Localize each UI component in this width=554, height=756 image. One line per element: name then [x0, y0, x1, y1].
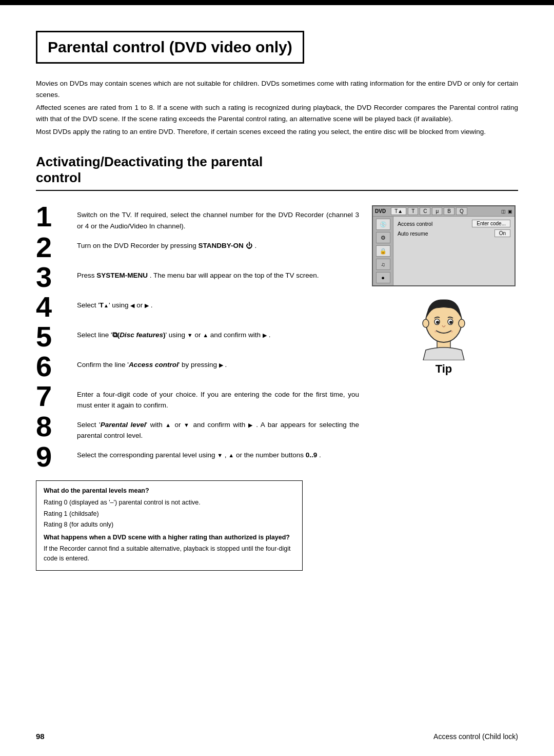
tab-q: Q	[456, 207, 467, 215]
step-content-1: Switch on the TV. If required, select th…	[77, 205, 359, 231]
page-title: Parental control (DVD video only)	[48, 38, 292, 56]
step-content-5: Select line '⧉(Disc features)' using ▼ o…	[77, 325, 359, 341]
dvd-status-icons: ◫ ▣	[501, 209, 512, 214]
bottom-content: 1 Switch on the TV. If required, select …	[36, 205, 518, 570]
dvd-icon-1: ◫	[501, 209, 506, 214]
dvd-screenshot: DVD T▲ T C μ B Q ◫ ▣	[372, 205, 516, 286]
info-item-2: Rating 8 (for adults only)	[44, 520, 295, 530]
step-content-4: Select 'T▲' using ◀ or ▶ .	[77, 296, 359, 311]
step-number-2: 2	[36, 233, 77, 262]
auto-resume-label: Auto resume	[398, 230, 428, 237]
menu-item-access-control: Access control Enter code...	[398, 220, 510, 227]
tab-mu: μ	[432, 207, 442, 215]
step-content-6: Confirm the line 'Access control' by pre…	[77, 355, 359, 371]
footer-right-text: Access control (Child lock)	[433, 732, 518, 741]
step-content-8: Select 'Parental level' with ▲ or ▼ and …	[77, 415, 359, 441]
dvd-icon-2: ▣	[508, 209, 512, 214]
step-content-7: Enter a four-digit code of your choice. …	[77, 385, 359, 411]
tab-ta: T▲	[391, 207, 406, 215]
svg-point-7	[449, 321, 452, 324]
info-item-0: Rating 0 (displayed as '–') parental con…	[44, 498, 295, 508]
icon-disc: 💿	[376, 219, 390, 230]
tab-c: C	[420, 207, 430, 215]
dvd-content-row: 💿 ⚙ 🔒 ♫ ● Access control Enter code...	[373, 217, 515, 285]
icon-rec: ●	[376, 272, 390, 283]
icon-setup: ⚙	[376, 232, 390, 243]
step-row-3: 3 Press SYSTEM-MENU . The menu bar will …	[36, 266, 359, 292]
dvd-top-bar: DVD T▲ T C μ B Q ◫ ▣	[373, 206, 515, 217]
info-box: What do the parental levels mean? Rating…	[36, 480, 303, 571]
auto-resume-value: On	[494, 229, 510, 237]
dvd-tabs: T▲ T C μ B Q	[391, 207, 467, 215]
info-title: What do the parental levels mean?	[44, 486, 295, 496]
tip-character-svg	[416, 294, 472, 360]
step-number-6: 6	[36, 352, 77, 381]
tip-area: Tip	[416, 294, 472, 376]
step-content-9: Select the corresponding parental level …	[77, 445, 359, 461]
top-border-thin	[0, 4, 554, 5]
step-number-3: 3	[36, 263, 77, 292]
intro-p3: Most DVDs apply the rating to an entire …	[36, 126, 518, 138]
tip-label: Tip	[436, 362, 452, 376]
step-row-9: 9 Select the corresponding parental leve…	[36, 445, 359, 471]
dvd-label: DVD	[375, 208, 386, 214]
step-row-6: 6 Confirm the line 'Access control' by p…	[36, 355, 359, 381]
tab-t: T	[408, 207, 418, 215]
intro-text: Movies on DVDs may contain scenes which …	[36, 78, 518, 138]
svg-point-6	[436, 321, 439, 324]
title-box: Parental control (DVD video only)	[36, 31, 304, 64]
page-footer: 98 Access control (Child lock)	[36, 732, 518, 741]
top-border-thick	[0, 0, 554, 4]
svg-point-2	[459, 319, 465, 327]
step-number-1: 1	[36, 202, 77, 231]
content-area: Parental control (DVD video only) Movies…	[0, 21, 554, 602]
step-row-7: 7 Enter a four-digit code of your choice…	[36, 385, 359, 411]
step-number-5: 5	[36, 322, 77, 351]
menu-item-auto-resume: Auto resume On	[398, 229, 510, 237]
step-row-1: 1 Switch on the TV. If required, select …	[36, 205, 359, 231]
intro-p1: Movies on DVDs may contain scenes which …	[36, 78, 518, 100]
step-row-5: 5 Select line '⧉(Disc features)' using ▼…	[36, 325, 359, 351]
step-row-8: 8 Select 'Parental level' with ▲ or ▼ an…	[36, 415, 359, 441]
svg-point-8	[434, 331, 437, 333]
access-control-value: Enter code...	[472, 220, 510, 227]
section-divider	[36, 190, 518, 191]
step-number-9: 9	[36, 442, 77, 471]
step-number-7: 7	[36, 382, 77, 411]
info-item-1: Rating 1 (childsafe)	[44, 509, 295, 519]
steps-column: 1 Switch on the TV. If required, select …	[36, 205, 359, 570]
page-container: Parental control (DVD video only) Movies…	[0, 0, 554, 756]
section-heading: Activating/Deactivating the parental con…	[36, 154, 518, 191]
info-bold-question: What happens when a DVD scene with a hig…	[44, 533, 295, 542]
step-content-2: Turn on the DVD Recorder by pressing STA…	[77, 236, 359, 251]
svg-point-3	[423, 319, 429, 327]
step-row-4: 4 Select 'T▲' using ◀ or ▶ .	[36, 296, 359, 321]
icon-access: 🔒	[376, 245, 390, 257]
section-heading-text: Activating/Deactivating the parental con…	[36, 154, 518, 186]
icon-audio: ♫	[376, 259, 390, 270]
step-number-4: 4	[36, 293, 77, 321]
step-row-2: 2 Turn on the DVD Recorder by pressing S…	[36, 236, 359, 262]
dvd-left-icons: 💿 ⚙ 🔒 ♫ ●	[373, 217, 393, 285]
info-answer: If the Recorder cannot find a suitable a…	[44, 544, 295, 564]
right-column: DVD T▲ T C μ B Q ◫ ▣	[369, 205, 518, 376]
svg-point-9	[451, 331, 453, 333]
page-number: 98	[36, 732, 45, 741]
step-number-8: 8	[36, 412, 77, 441]
tab-b: B	[444, 207, 454, 215]
intro-p2: Affected scenes are rated from 1 to 8. I…	[36, 102, 518, 124]
access-control-label: Access control	[398, 221, 432, 227]
step-content-3: Press SYSTEM-MENU . The menu bar will ap…	[77, 266, 359, 281]
dvd-menu-content: Access control Enter code... Auto resume…	[393, 217, 515, 285]
